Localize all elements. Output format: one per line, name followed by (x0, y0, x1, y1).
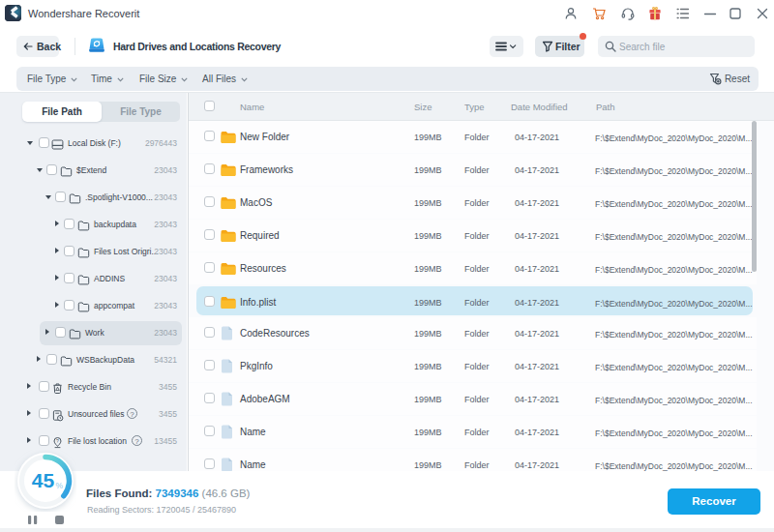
svg-text:45: 45 (32, 469, 55, 491)
svg-text:?: ? (56, 438, 59, 444)
svg-text:%: % (56, 481, 64, 490)
